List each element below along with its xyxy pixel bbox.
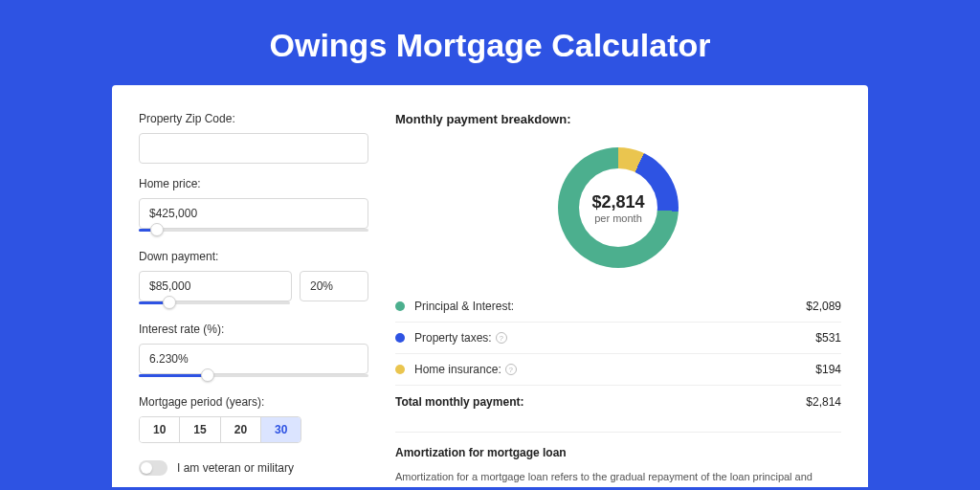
page-title: Owings Mortgage Calculator <box>0 0 980 85</box>
dot-icon <box>395 301 405 311</box>
dot-icon <box>395 365 405 374</box>
donut-amount: $2,814 <box>591 192 644 212</box>
zip-input[interactable] <box>139 133 368 164</box>
period-20[interactable]: 20 <box>221 417 261 442</box>
period-10[interactable]: 10 <box>140 417 180 442</box>
veteran-toggle[interactable] <box>139 460 167 476</box>
down-label: Down payment: <box>139 250 368 263</box>
price-label: Home price: <box>139 177 368 190</box>
period-label: Mortgage period (years): <box>139 395 368 409</box>
row-value: $531 <box>815 331 841 345</box>
down-percent-input[interactable] <box>300 271 368 301</box>
zip-field: Property Zip Code: <box>139 112 368 164</box>
row-label: Property taxes:? <box>414 331 815 345</box>
breakdown-panel: Monthly payment breakdown: $2,814 per mo… <box>395 112 841 487</box>
rate-label: Interest rate (%): <box>139 323 368 336</box>
veteran-label: I am veteran or military <box>177 461 294 475</box>
row-insurance: Home insurance:? $194 <box>395 354 841 386</box>
amortization-section: Amortization for mortgage loan Amortizat… <box>395 432 841 487</box>
veteran-row: I am veteran or military <box>139 460 368 476</box>
donut-chart: $2,814 per month <box>395 136 841 279</box>
row-total: Total monthly payment: $2,814 <box>395 385 841 426</box>
period-15[interactable]: 15 <box>180 417 220 442</box>
row-label: Home insurance:? <box>414 363 815 376</box>
breakdown-title: Monthly payment breakdown: <box>395 112 841 126</box>
rate-slider[interactable] <box>139 372 368 382</box>
donut-sub: per month <box>591 212 644 224</box>
period-field: Mortgage period (years): 10 15 20 30 <box>139 395 368 443</box>
zip-label: Property Zip Code: <box>139 112 368 125</box>
rate-input[interactable] <box>139 344 368 374</box>
period-pills: 10 15 20 30 <box>139 416 301 443</box>
down-amount-input[interactable] <box>139 271 292 301</box>
period-30[interactable]: 30 <box>261 417 301 442</box>
calculator-card: Property Zip Code: Home price: Down paym… <box>112 85 868 487</box>
row-value: $194 <box>815 363 841 376</box>
down-field: Down payment: <box>139 250 368 309</box>
amort-title: Amortization for mortgage loan <box>395 446 841 459</box>
form-panel: Property Zip Code: Home price: Down paym… <box>139 112 368 487</box>
row-principal: Principal & Interest: $2,089 <box>395 291 841 323</box>
amort-text: Amortization for a mortgage loan refers … <box>395 469 841 487</box>
row-label: Principal & Interest: <box>414 300 806 313</box>
price-input[interactable] <box>139 198 368 229</box>
row-taxes: Property taxes:? $531 <box>395 323 841 354</box>
help-icon[interactable]: ? <box>496 332 507 344</box>
price-slider[interactable] <box>139 227 368 236</box>
total-value: $2,814 <box>806 395 841 409</box>
help-icon[interactable]: ? <box>505 364 517 375</box>
row-value: $2,089 <box>806 300 841 313</box>
price-field: Home price: <box>139 177 368 236</box>
total-label: Total monthly payment: <box>395 395 806 409</box>
rate-field: Interest rate (%): <box>139 323 368 382</box>
down-slider[interactable] <box>139 300 290 309</box>
dot-icon <box>395 333 405 343</box>
